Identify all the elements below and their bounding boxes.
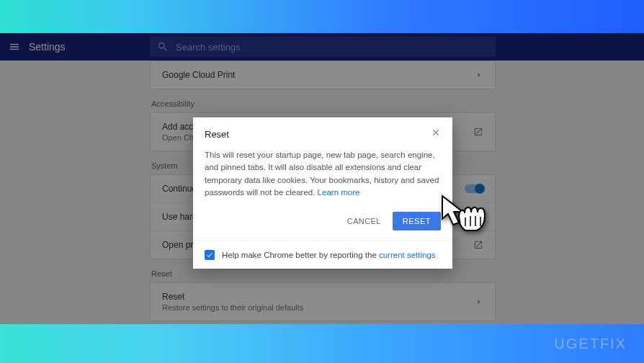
cursor-pointer-icon: [435, 190, 493, 233]
row-label: Reset: [162, 292, 303, 302]
menu-icon[interactable]: [0, 41, 29, 53]
external-link-icon: [473, 240, 483, 250]
row-label: Google Cloud Print: [162, 70, 235, 80]
external-link-icon: [473, 127, 483, 137]
check-icon: [206, 251, 213, 259]
settings-header: Settings Search settings: [0, 33, 644, 60]
search-icon: [157, 41, 169, 53]
row-cloud-print[interactable]: Google Cloud Print: [151, 61, 495, 89]
report-checkbox[interactable]: [205, 250, 215, 260]
search-placeholder: Search settings: [176, 42, 241, 53]
section-accessibility: Accessibility: [151, 99, 496, 108]
search-input[interactable]: Search settings: [150, 37, 496, 57]
row-sublabel: Restore settings to their original defau…: [162, 303, 303, 312]
report-label: Help make Chrome better by reporting the…: [222, 251, 436, 259]
reset-button[interactable]: RESET: [393, 212, 441, 230]
report-text: Help make Chrome better by reporting the: [222, 251, 379, 259]
chevron-right-icon: [475, 297, 483, 306]
dialog-title: Reset: [205, 129, 229, 140]
reset-dialog: Reset This will reset your startup page,…: [193, 117, 452, 269]
dialog-body: This will reset your startup page, new t…: [193, 148, 452, 206]
cancel-button[interactable]: CANCEL: [344, 212, 384, 230]
section-reset: Reset: [151, 269, 496, 278]
row-reset[interactable]: Reset Restore settings to their original…: [151, 283, 495, 321]
page-title: Settings: [29, 41, 66, 53]
watermark: UGETFIX: [0, 324, 644, 363]
chevron-right-icon: [475, 71, 483, 79]
close-icon: [431, 127, 441, 138]
learn-more-link[interactable]: Learn more: [318, 188, 360, 197]
current-settings-link[interactable]: current settings: [379, 251, 436, 259]
watermark-text: UGETFIX: [554, 336, 627, 352]
close-button[interactable]: [431, 127, 441, 140]
